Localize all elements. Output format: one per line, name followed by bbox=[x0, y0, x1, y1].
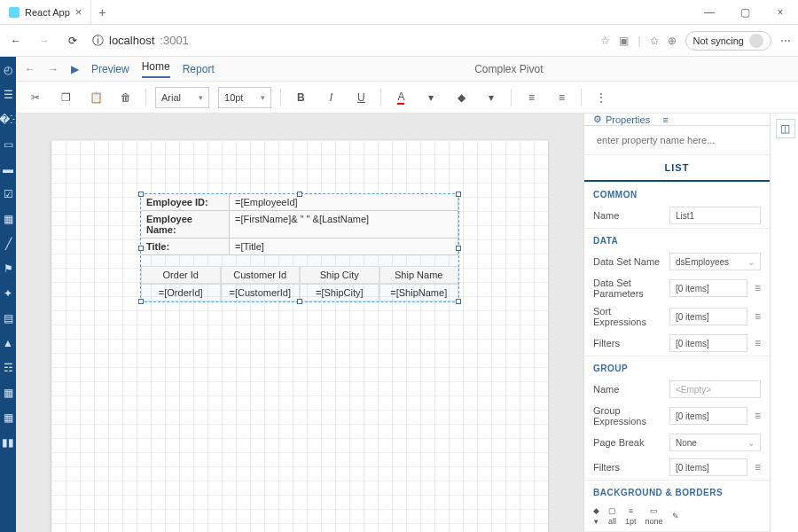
panel-toggle-icon[interactable]: ◫ bbox=[776, 119, 795, 138]
border-style[interactable]: ▭none bbox=[645, 506, 663, 526]
properties-tab[interactable]: ⚙Properties bbox=[593, 113, 650, 125]
dataset-select[interactable]: dsEmployees bbox=[669, 253, 761, 270]
crop-icon[interactable]: ▣ bbox=[619, 35, 629, 47]
favorites-icon[interactable]: ✩ bbox=[650, 35, 659, 47]
align-left-button[interactable]: ≡ bbox=[520, 87, 542, 108]
border-color[interactable]: ✎ bbox=[672, 512, 679, 520]
list-widget[interactable]: Employee ID: =[EmployeeId] Employee Name… bbox=[140, 193, 459, 302]
group-name-field[interactable]: <Empty> bbox=[669, 380, 761, 398]
undo-button[interactable]: ← bbox=[25, 63, 35, 75]
sync-label: Not syncing bbox=[693, 35, 744, 46]
minimize-button[interactable]: — bbox=[692, 0, 727, 25]
params-field[interactable]: [0 items] bbox=[669, 279, 747, 297]
size-select[interactable]: 10pt▾ bbox=[218, 87, 271, 108]
search-input[interactable] bbox=[593, 131, 761, 149]
play-icon: ▶ bbox=[71, 63, 79, 75]
bold-button[interactable]: B bbox=[290, 87, 311, 108]
section-group: GROUP bbox=[584, 356, 770, 377]
group-expr-field[interactable]: [0 items] bbox=[669, 407, 747, 425]
filters-edit-icon[interactable]: ≡ bbox=[755, 337, 761, 349]
tab-home[interactable]: Home bbox=[142, 60, 170, 78]
refresh-button[interactable]: ⟳ bbox=[64, 32, 82, 50]
doc-icon[interactable]: ▤ bbox=[0, 310, 16, 326]
window-buttons: — ▢ × bbox=[692, 0, 798, 25]
back-button[interactable]: ← bbox=[7, 32, 25, 50]
react-icon bbox=[9, 7, 20, 18]
chevron-down-icon[interactable]: ▾ bbox=[481, 87, 502, 108]
pagebreak-select[interactable]: None bbox=[669, 434, 761, 451]
prop-name-field[interactable]: List1 bbox=[669, 207, 761, 224]
prop-name-label: Name bbox=[593, 210, 662, 221]
forward-button[interactable]: → bbox=[35, 32, 53, 50]
address-bar: ← → ⟳ ⓘ localhost:3001 ☆ ▣ | ✩ ⊕ Not syn… bbox=[0, 25, 798, 57]
data-tab[interactable]: ≡ bbox=[662, 114, 668, 125]
grid-icon[interactable]: ▦ bbox=[0, 211, 16, 227]
flag-icon[interactable]: ⚑ bbox=[0, 261, 16, 277]
tree-icon[interactable]: �ⵘ bbox=[0, 112, 16, 128]
copy-button[interactable]: ❐ bbox=[55, 87, 76, 108]
underline-button[interactable]: U bbox=[350, 87, 372, 108]
filters-field[interactable]: [0 items] bbox=[669, 334, 747, 352]
chart-icon[interactable]: ▮▮ bbox=[0, 434, 16, 450]
border-weight[interactable]: ≡1pt bbox=[625, 506, 637, 526]
border-all[interactable]: ▢all bbox=[608, 506, 616, 526]
url-port: :3001 bbox=[160, 34, 189, 47]
tab-title: React App bbox=[25, 7, 70, 18]
tab-report[interactable]: Report bbox=[183, 63, 215, 75]
font-select[interactable]: Arial▾ bbox=[155, 87, 209, 108]
container-icon[interactable]: ▭ bbox=[0, 137, 16, 153]
group-filters-field[interactable]: [0 items] bbox=[669, 458, 747, 476]
line-icon[interactable]: ╱ bbox=[0, 236, 16, 252]
gear-icon: ⚙ bbox=[593, 113, 602, 125]
clock-icon[interactable]: ◴ bbox=[0, 62, 16, 78]
formatting-toolbar: ✂ ❐ 📋 🗑 Arial▾ 10pt▾ B I U A ▾ ◆ ▾ ≡ ≡ ⋮ bbox=[16, 82, 798, 113]
site-info-icon[interactable]: ⓘ bbox=[92, 33, 104, 49]
star-icon[interactable]: ☆ bbox=[600, 35, 610, 47]
delete-button[interactable]: 🗑 bbox=[115, 87, 137, 108]
right-strip: ◫ bbox=[770, 113, 798, 532]
params-edit-icon[interactable]: ≡ bbox=[755, 282, 761, 294]
url-field[interactable]: ⓘ localhost:3001 bbox=[92, 33, 590, 49]
chevron-down-icon[interactable]: ▾ bbox=[420, 87, 442, 108]
paste-button[interactable]: 📋 bbox=[85, 87, 106, 108]
collections-icon[interactable]: ⊕ bbox=[668, 35, 677, 47]
report-page[interactable]: Employee ID: =[EmployeeId] Employee Name… bbox=[51, 140, 548, 532]
sort-edit-icon[interactable]: ≡ bbox=[755, 310, 761, 323]
sub-table[interactable]: Order Id Customer Id Ship City Ship Name… bbox=[141, 266, 458, 301]
align-center-button[interactable]: ≡ bbox=[551, 87, 572, 108]
fill-picker[interactable]: ◆▾ bbox=[593, 506, 599, 526]
redo-button[interactable]: → bbox=[48, 63, 59, 75]
list-row[interactable]: Employee Name: =[FirstName]& " " &[LastN… bbox=[141, 211, 458, 239]
new-tab-button[interactable]: + bbox=[91, 5, 113, 20]
image-icon[interactable]: ▲ bbox=[0, 335, 16, 351]
group-expr-edit-icon[interactable]: ≡ bbox=[755, 410, 761, 422]
section-data: DATA bbox=[584, 228, 770, 249]
list-icon[interactable]: ☶ bbox=[0, 360, 16, 376]
tab-preview[interactable]: Preview bbox=[91, 63, 129, 75]
menu-button[interactable]: ⋯ bbox=[780, 35, 791, 47]
check-icon[interactable]: ☑ bbox=[0, 186, 16, 202]
pen-icon: ✎ bbox=[672, 512, 679, 520]
browser-tab[interactable]: React App × bbox=[0, 0, 91, 24]
cut-button[interactable]: ✂ bbox=[25, 87, 46, 108]
font-color-button[interactable]: A bbox=[390, 87, 411, 108]
sort-field[interactable]: [0 items] bbox=[669, 308, 747, 325]
hamburger-icon[interactable]: ☰ bbox=[0, 87, 16, 103]
more-button[interactable]: ⋮ bbox=[591, 87, 612, 108]
fill-button[interactable]: ◆ bbox=[450, 87, 472, 108]
list-section-tab[interactable]: LIST bbox=[584, 155, 770, 182]
list-row[interactable]: Title: =[Title] bbox=[141, 239, 458, 255]
document-title: Complex Pivot bbox=[227, 63, 791, 75]
rect-icon[interactable]: ▬ bbox=[0, 161, 16, 177]
close-tab-icon[interactable]: × bbox=[75, 5, 82, 19]
maximize-button[interactable]: ▢ bbox=[727, 0, 763, 25]
table-icon[interactable]: ▦ bbox=[0, 410, 16, 426]
property-search[interactable] bbox=[584, 126, 770, 155]
group-filters-edit-icon[interactable]: ≡ bbox=[755, 461, 761, 473]
calendar-icon[interactable]: ▦ bbox=[0, 385, 16, 401]
italic-button[interactable]: I bbox=[320, 87, 341, 108]
design-canvas[interactable]: Employee ID: =[EmployeeId] Employee Name… bbox=[16, 113, 583, 532]
close-button[interactable]: × bbox=[763, 0, 798, 25]
sync-pill[interactable]: Not syncing bbox=[685, 31, 771, 51]
sparkle-icon[interactable]: ✦ bbox=[0, 286, 16, 301]
